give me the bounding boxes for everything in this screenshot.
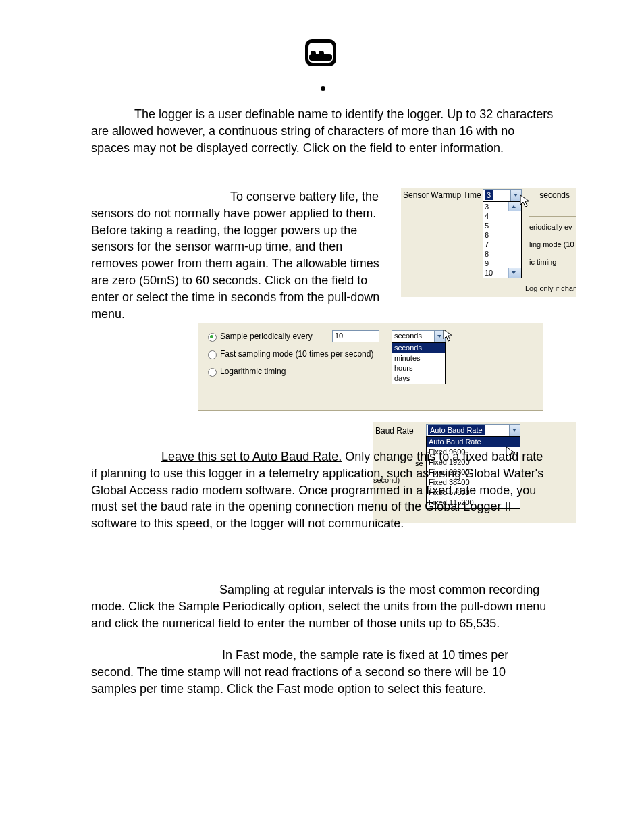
- screenshot-sensor-warmup: Sensor Warmup Time seconds 3 3 4 5 6 7 8…: [401, 188, 576, 297]
- bg-text: ling mode (10: [529, 240, 574, 249]
- list-item[interactable]: 7: [483, 240, 521, 249]
- sensor-warmup-value: 3: [485, 190, 493, 200]
- bg-text: ic timing: [529, 258, 556, 266]
- radio-label: Logarithmic timing: [220, 367, 286, 376]
- bg-text: eriodically ev: [529, 223, 572, 231]
- sample-unit-combobox[interactable]: seconds: [392, 330, 446, 342]
- list-item[interactable]: seconds: [392, 343, 445, 353]
- paragraph-fast-mode: In Fast mode, the sample rate is fixed a…: [91, 647, 554, 697]
- sensor-warmup-combobox[interactable]: 3: [483, 189, 522, 201]
- list-item[interactable]: Auto Baud Rate: [427, 437, 520, 447]
- list-item[interactable]: 4: [483, 211, 521, 221]
- page: The logger is a user definable name to i…: [0, 0, 644, 834]
- text: The logger is a user definable name to i…: [91, 107, 553, 155]
- cursor-icon: [520, 194, 532, 208]
- sensor-warmup-dropdown[interactable]: 3 4 5 6 7 8 9 10: [483, 201, 522, 278]
- sensor-warmup-label: Sensor Warmup Time: [403, 190, 481, 200]
- list-item[interactable]: 8: [483, 249, 521, 259]
- logo-icon: [305, 39, 336, 66]
- sample-unit-value: seconds: [394, 332, 422, 340]
- baud-rate-combobox[interactable]: Auto Baud Rate: [426, 424, 520, 436]
- text-underline: Leave this set to Auto Baud Rate.: [161, 450, 342, 463]
- baud-rate-value: Auto Baud Rate: [428, 425, 485, 435]
- list-item[interactable]: 9: [483, 259, 521, 268]
- radio-fast-sampling[interactable]: [208, 350, 217, 359]
- cursor-icon: [443, 329, 455, 342]
- paragraph-sample-periodically: Sampling at regular intervals is the mos…: [91, 581, 554, 631]
- radio-sample-periodically[interactable]: [208, 333, 217, 342]
- sample-interval-input[interactable]: 10: [332, 330, 379, 342]
- chevron-down-icon[interactable]: [509, 425, 520, 436]
- text: Sampling at regular intervals is the mos…: [91, 583, 546, 630]
- paragraph-logger-name: The logger is a user definable name to i…: [91, 106, 554, 156]
- list-item[interactable]: hours: [392, 363, 445, 373]
- list-item[interactable]: minutes: [392, 353, 445, 363]
- seconds-label: seconds: [539, 190, 570, 200]
- divider: [529, 216, 576, 217]
- screenshot-sampling: Sample periodically every Fast sampling …: [198, 323, 543, 411]
- bullet-icon: [321, 86, 325, 91]
- bg-text: Log only if channel 1 c: [525, 284, 576, 292]
- sample-unit-dropdown[interactable]: seconds minutes hours days: [392, 342, 446, 384]
- text: In Fast mode, the sample rate is fixed a…: [91, 648, 508, 696]
- list-item[interactable]: days: [392, 373, 445, 384]
- radio-label: Fast sampling mode (10 times per second): [220, 349, 373, 359]
- paragraph-baud-rate: Leave this set to Auto Baud Rate. Only c…: [91, 448, 550, 532]
- paragraph-sensor-warmup: To conserve battery life, the sensors do…: [91, 188, 381, 323]
- text: To conserve battery life, the sensors do…: [91, 190, 379, 321]
- baud-rate-label: Baud Rate: [375, 426, 414, 436]
- list-item[interactable]: 5: [483, 221, 521, 230]
- radio-logarithmic[interactable]: [208, 368, 217, 377]
- radio-label: Sample periodically every: [220, 332, 313, 341]
- list-item[interactable]: 6: [483, 230, 521, 240]
- scroll-down-icon[interactable]: [508, 268, 521, 278]
